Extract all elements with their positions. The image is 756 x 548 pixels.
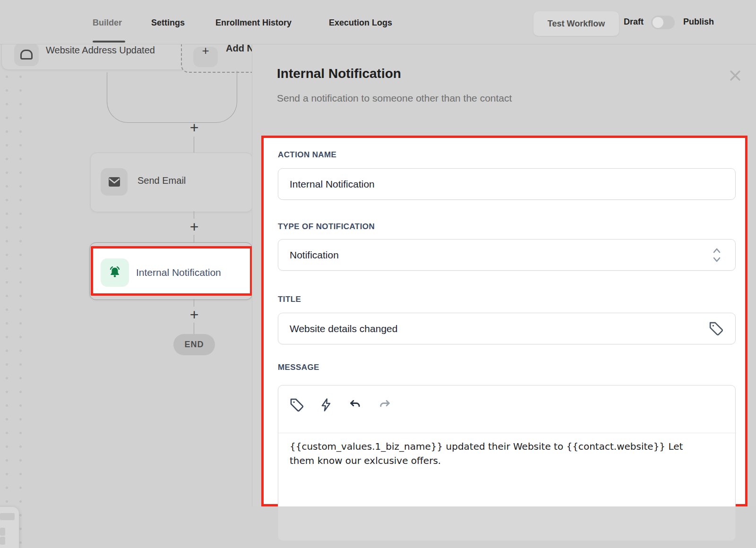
- tab-builder[interactable]: Builder: [93, 18, 122, 28]
- trigger-icon: [20, 50, 33, 60]
- undo-icon[interactable]: [347, 397, 363, 413]
- tag-icon[interactable]: [289, 397, 305, 413]
- minimap-panel[interactable]: [0, 507, 19, 548]
- connector-line: [194, 299, 194, 307]
- message-toolbar: [289, 397, 393, 413]
- lightning-icon[interactable]: [318, 397, 334, 413]
- active-tab-underline: [93, 41, 125, 43]
- tag-icon[interactable]: [708, 321, 724, 336]
- tab-execution-logs[interactable]: Execution Logs: [329, 18, 392, 28]
- action-name-input[interactable]: Internal Notification: [278, 168, 736, 200]
- tab-settings[interactable]: Settings: [151, 18, 185, 28]
- add-action-button-1[interactable]: +: [187, 120, 201, 136]
- plus-icon: +: [202, 44, 209, 58]
- connector-line: [194, 211, 194, 219]
- message-label: MESSAGE: [278, 363, 319, 372]
- test-workflow-button[interactable]: Test Workflow: [533, 11, 619, 36]
- type-of-notification-select[interactable]: Notification: [278, 239, 736, 271]
- type-of-notification-value: Notification: [290, 240, 339, 270]
- action-name-value: Internal Notification: [290, 169, 375, 199]
- type-of-notification-label: TYPE OF NOTIFICATION: [278, 222, 375, 231]
- internal-notification-node-label: Internal Notification: [136, 267, 221, 278]
- connector-line: [194, 137, 194, 153]
- notification-icon-box: [101, 258, 129, 287]
- connector-line: [194, 235, 194, 242]
- close-icon[interactable]: [728, 68, 743, 83]
- title-value: Website details changed: [290, 313, 397, 344]
- connector-left-branch: [107, 72, 195, 123]
- add-action-button-3[interactable]: +: [187, 307, 201, 323]
- publish-toggle[interactable]: [651, 16, 675, 29]
- draft-label: Draft: [624, 17, 644, 27]
- send-email-node-label: Send Email: [137, 175, 186, 186]
- action-settings-panel: Internal Notification Send a notificatio…: [252, 0, 756, 548]
- action-name-label: ACTION NAME: [278, 150, 336, 160]
- redo-icon[interactable]: [377, 397, 393, 413]
- send-email-icon-box: [101, 168, 128, 196]
- envelope-icon: [108, 176, 121, 188]
- top-header: Builder Settings Enrollment History Exec…: [0, 0, 756, 44]
- toolbar-divider: [278, 433, 735, 433]
- dim-overlay: [252, 506, 756, 548]
- trigger-icon-box: [14, 44, 39, 66]
- end-node: END: [173, 334, 215, 355]
- message-value[interactable]: {{custom_values.1_biz_name}} updated the…: [290, 439, 705, 468]
- tab-enrollment-history[interactable]: Enrollment History: [215, 18, 292, 28]
- panel-title: Internal Notification: [277, 66, 401, 81]
- add-action-button-2[interactable]: +: [187, 219, 201, 235]
- add-new-node-label: Add N: [226, 44, 252, 54]
- minimap-row: [0, 537, 5, 545]
- minimap-row: [0, 528, 5, 536]
- connector-right-branch: [194, 71, 237, 123]
- add-new-icon-box: +: [193, 47, 218, 67]
- chevron-up-down-icon: [712, 247, 722, 264]
- connector-line: [194, 323, 194, 334]
- title-label: TITLE: [278, 295, 301, 304]
- toggle-knob: [653, 17, 663, 28]
- minimap-row: [0, 513, 15, 520]
- panel-subtitle: Send a notification to someone other tha…: [277, 93, 512, 104]
- publish-label: Publish: [683, 17, 714, 27]
- trigger-node-label: Website Address Updated: [46, 45, 155, 56]
- bell-icon: [107, 265, 122, 280]
- workflow-canvas: Website Address Updated + Add N + Send E…: [0, 44, 252, 548]
- canvas-dot-grid: [0, 70, 27, 548]
- title-input[interactable]: Website details changed: [278, 313, 736, 344]
